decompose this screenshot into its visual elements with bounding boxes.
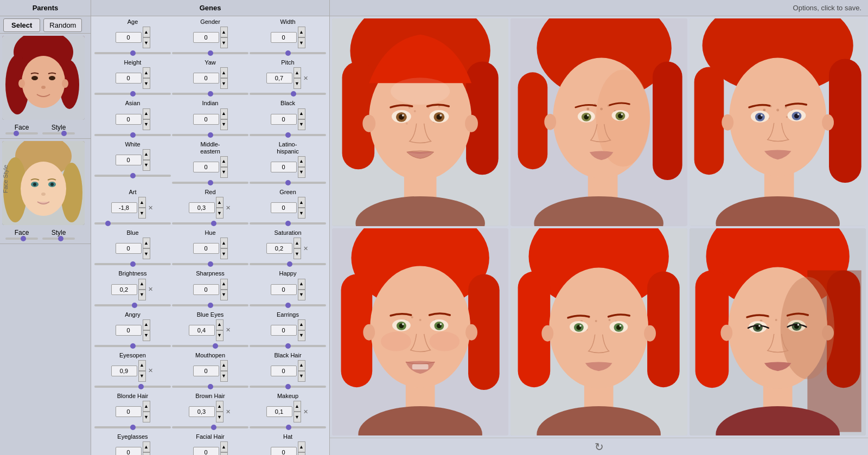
gene-clear-4-1[interactable]: ✕ [225, 202, 232, 213]
gene-spin-up-3-2[interactable]: ▲ [298, 156, 305, 167]
gene-clear-7-1[interactable]: ✕ [225, 325, 232, 336]
gene-spin-up-5-0[interactable]: ▲ [143, 238, 150, 248]
parent-2-style-slider[interactable] [42, 238, 75, 240]
gene-spin-down-9-2[interactable]: ▼ [293, 412, 301, 422]
gene-spin-down-7-0[interactable]: ▼ [143, 330, 150, 341]
portrait-cell-2[interactable] [690, 18, 866, 226]
gene-spin-down-1-1[interactable]: ▼ [220, 78, 228, 89]
gene-input-1-1[interactable] [193, 73, 219, 84]
gene-slider-0-1[interactable] [172, 52, 248, 54]
gene-spin-up-8-2[interactable]: ▲ [298, 360, 305, 371]
gene-spin-up-2-2[interactable]: ▲ [298, 108, 305, 119]
parent-1-portrait[interactable] [2, 36, 85, 120]
gene-clear-9-2[interactable]: ✕ [302, 406, 310, 417]
gene-spin-down-10-2[interactable]: ▼ [298, 452, 305, 455]
gene-input-3-2[interactable] [271, 162, 297, 172]
gene-spin-up-9-1[interactable]: ▲ [216, 401, 224, 412]
gene-input-4-2[interactable] [271, 202, 297, 213]
gene-clear-4-0[interactable]: ✕ [147, 202, 155, 213]
gene-spin-up-2-0[interactable]: ▲ [143, 108, 150, 119]
gene-spin-down-5-2[interactable]: ▼ [293, 248, 301, 259]
gene-spin-down-0-2[interactable]: ▼ [298, 37, 305, 48]
gene-slider-1-0[interactable] [94, 93, 171, 95]
gene-clear-5-2[interactable]: ✕ [302, 243, 310, 254]
gene-spin-up-0-1[interactable]: ▲ [220, 27, 228, 37]
gene-spin-down-2-2[interactable]: ▼ [298, 119, 305, 130]
gene-input-5-0[interactable] [116, 243, 142, 254]
gene-input-9-1[interactable] [189, 406, 215, 417]
gene-spin-down-8-2[interactable]: ▼ [298, 371, 305, 382]
gene-spin-up-3-1[interactable]: ▲ [220, 156, 228, 167]
gene-slider-4-1[interactable] [172, 222, 248, 225]
gene-input-7-2[interactable] [271, 325, 297, 336]
gene-slider-4-0[interactable] [94, 222, 171, 225]
parent-2-face-slider[interactable] [5, 238, 38, 240]
gene-input-4-0[interactable] [111, 202, 137, 213]
gene-spin-down-6-0[interactable]: ▼ [138, 290, 146, 300]
gene-input-4-1[interactable] [189, 202, 215, 213]
gene-spin-down-3-2[interactable]: ▼ [298, 167, 305, 178]
gene-spin-down-6-2[interactable]: ▼ [298, 290, 305, 300]
gene-spin-down-3-1[interactable]: ▼ [220, 167, 228, 178]
gene-spin-up-8-0[interactable]: ▲ [138, 360, 146, 371]
gene-spin-up-5-1[interactable]: ▲ [220, 238, 228, 248]
random-button[interactable]: Random [43, 18, 82, 32]
gene-input-9-0[interactable] [116, 406, 142, 417]
gene-slider-2-2[interactable] [250, 134, 326, 136]
gene-spin-up-0-0[interactable]: ▲ [143, 27, 150, 37]
gene-input-10-2[interactable] [271, 447, 297, 455]
gene-spin-down-5-0[interactable]: ▼ [143, 248, 150, 259]
gene-spin-down-6-1[interactable]: ▼ [220, 290, 228, 300]
gene-input-0-0[interactable] [116, 32, 142, 43]
gene-spin-up-4-0[interactable]: ▲ [138, 197, 146, 208]
gene-spin-up-0-2[interactable]: ▲ [298, 27, 305, 37]
gene-slider-4-2[interactable] [250, 222, 326, 225]
gene-spin-down-10-0[interactable]: ▼ [143, 452, 150, 455]
gene-slider-6-0[interactable] [94, 304, 171, 306]
gene-input-6-2[interactable] [271, 284, 297, 295]
gene-slider-8-1[interactable] [172, 386, 248, 388]
gene-clear-8-0[interactable]: ✕ [147, 366, 155, 376]
gene-input-0-1[interactable] [193, 32, 219, 43]
gene-spin-up-6-0[interactable]: ▲ [138, 279, 146, 290]
gene-slider-5-1[interactable] [172, 263, 248, 265]
portrait-cell-5[interactable] [690, 228, 866, 436]
gene-slider-8-0[interactable] [94, 386, 171, 388]
gene-input-2-1[interactable] [193, 114, 219, 125]
portrait-cell-3[interactable] [332, 228, 508, 436]
gene-slider-5-0[interactable] [94, 263, 171, 265]
gene-slider-9-0[interactable] [94, 426, 171, 428]
gene-spin-down-10-1[interactable]: ▼ [220, 452, 228, 455]
gene-spin-up-10-0[interactable]: ▲ [143, 441, 150, 452]
select-button[interactable]: Select [3, 18, 40, 32]
gene-spin-down-9-1[interactable]: ▼ [216, 412, 224, 422]
gene-input-10-0[interactable] [116, 447, 142, 455]
portrait-cell-1[interactable] [510, 18, 687, 226]
gene-spin-down-8-0[interactable]: ▼ [138, 371, 146, 382]
parent-2-portrait[interactable] [2, 141, 85, 225]
gene-spin-up-7-1[interactable]: ▲ [216, 319, 224, 330]
gene-spin-up-9-0[interactable]: ▲ [143, 401, 150, 412]
gene-input-8-2[interactable] [271, 366, 297, 376]
gene-spin-up-1-0[interactable]: ▲ [143, 67, 150, 78]
gene-spin-down-9-0[interactable]: ▼ [143, 412, 150, 422]
gene-input-5-1[interactable] [193, 243, 219, 254]
gene-input-6-1[interactable] [193, 284, 219, 295]
gene-spin-up-5-2[interactable]: ▲ [293, 238, 301, 248]
gene-slider-8-2[interactable] [250, 386, 326, 388]
gene-input-10-1[interactable] [193, 447, 219, 455]
gene-spin-down-5-1[interactable]: ▼ [220, 248, 228, 259]
gene-spin-down-3-0[interactable]: ▼ [143, 160, 150, 171]
gene-input-1-0[interactable] [116, 73, 142, 84]
gene-slider-9-1[interactable] [172, 426, 248, 428]
gene-spin-down-1-2[interactable]: ▼ [293, 78, 301, 89]
gene-spin-up-10-2[interactable]: ▲ [298, 441, 305, 452]
gene-slider-7-0[interactable] [94, 345, 171, 347]
gene-spin-down-4-2[interactable]: ▼ [298, 208, 305, 219]
gene-spin-down-0-1[interactable]: ▼ [220, 37, 228, 48]
gene-input-9-2[interactable] [266, 406, 292, 417]
gene-input-2-2[interactable] [271, 114, 297, 125]
gene-spin-down-1-0[interactable]: ▼ [143, 78, 150, 89]
gene-slider-1-1[interactable] [172, 93, 248, 95]
gene-spin-up-10-1[interactable]: ▲ [220, 441, 228, 452]
